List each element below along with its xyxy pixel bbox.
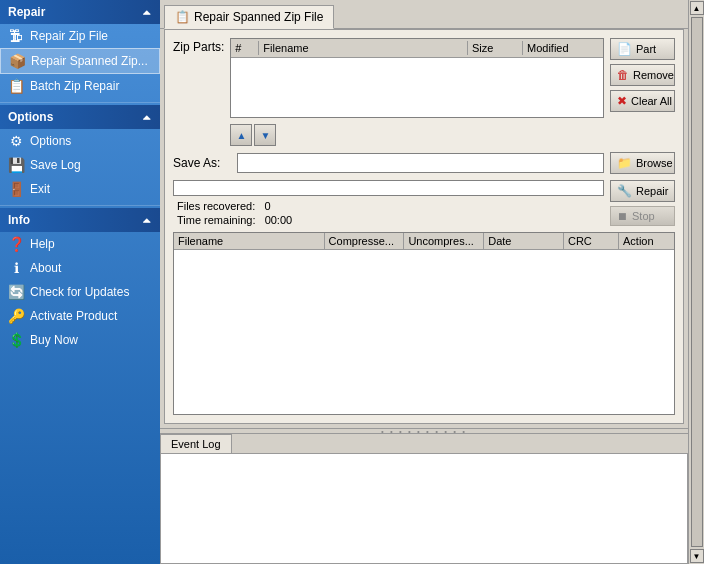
sidebar-item-repair-zip-file[interactable]: 🗜 Repair Zip File [0,24,160,48]
options-icon: ⚙ [8,133,24,149]
col-h-action: Action [619,233,674,249]
sidebar-item-exit[interactable]: 🚪 Exit [0,177,160,201]
col-header-hash: # [231,41,259,55]
file-list-body [174,250,674,414]
part-label: Part [636,43,656,55]
sidebar-item-batch-zip-repair[interactable]: 📋 Batch Zip Repair [0,74,160,98]
files-recovered-value: 0 [264,200,270,212]
sidebar-item-label: Check for Updates [30,285,129,299]
browse-label: Browse [636,157,673,169]
col-h-uncompressed: Uncompres... [404,233,484,249]
save-log-icon: 💾 [8,157,24,173]
repair-section: Repair ⏶ 🗜 Repair Zip File 📦 Repair Span… [0,0,160,98]
main-inner: 📋 Repair Spanned Zip File Zip Parts: # F… [160,0,688,564]
tab-bar: 📋 Repair Spanned Zip File [160,0,688,29]
event-log-body [160,453,688,564]
about-icon: ℹ [8,260,24,276]
side-buttons: 📄 Part 🗑 Remove ✖ Clear All [610,38,675,112]
stop-button[interactable]: ⏹ Stop [610,206,675,226]
zip-parts-arrows: ▲ ▼ [230,120,604,146]
sidebar-item-help[interactable]: ❓ Help [0,232,160,256]
col-h-filename: Filename [174,233,325,249]
sidebar-item-label: Save Log [30,158,81,172]
move-up-button[interactable]: ▲ [230,124,252,146]
info-section-header[interactable]: Info ⏶ [0,208,160,232]
sidebar-item-about[interactable]: ℹ About [0,256,160,280]
options-section: Options ⏶ ⚙ Options 💾 Save Log 🚪 Exit [0,105,160,201]
info-collapse-icon: ⏶ [142,215,152,226]
exit-icon: 🚪 [8,181,24,197]
tab-label: Repair Spanned Zip File [194,10,323,24]
sidebar-item-save-log[interactable]: 💾 Save Log [0,153,160,177]
options-section-label: Options [8,110,53,124]
remove-button[interactable]: 🗑 Remove [610,64,675,86]
repair-stop-buttons: 🔧 Repair ⏹ Stop [610,180,675,226]
col-h-date: Date [484,233,564,249]
save-as-input[interactable] [237,153,604,173]
progress-bar-container [173,180,604,196]
files-recovered-text: Files recovered: 0 [177,200,604,212]
col-h-compressed: Compresse... [325,233,405,249]
remove-label: Remove [633,69,674,81]
zip-parts-row: Zip Parts: # Filename Size Modified ▲ [173,38,675,146]
time-remaining-label: Time remaining: [177,214,255,226]
browse-icon: 📁 [617,156,632,170]
stop-icon: ⏹ [617,210,628,222]
part-button[interactable]: 📄 Part [610,38,675,60]
sidebar-item-label: About [30,261,61,275]
sidebar-item-activate-product[interactable]: 🔑 Activate Product [0,304,160,328]
repair-icon: 🔧 [617,184,632,198]
scroll-down-arrow[interactable]: ▼ [690,549,704,563]
tab-icon: 📋 [175,10,190,24]
sidebar-item-label: Help [30,237,55,251]
repair-section-header[interactable]: Repair ⏶ [0,0,160,24]
col-h-crc: CRC [564,233,619,249]
sidebar-item-label: Options [30,134,71,148]
info-section: Info ⏶ ❓ Help ℹ About 🔄 Check for Update… [0,208,160,352]
file-list-header: Filename Compresse... Uncompres... Date … [174,233,674,250]
clear-all-button[interactable]: ✖ Clear All [610,90,675,112]
stop-label: Stop [632,210,655,222]
sidebar-item-repair-spanned-zip[interactable]: 📦 Repair Spanned Zip... [0,48,160,74]
batch-zip-icon: 📋 [8,78,24,94]
middle-section: Files recovered: 0 Time remaining: 00:00 [173,180,675,226]
event-log-tab-item[interactable]: Event Log [160,434,232,453]
repair-collapse-icon: ⏶ [142,7,152,18]
progress-bar [173,180,604,196]
event-log-tab-label: Event Log [171,438,221,450]
col-header-size: Size [468,41,523,55]
right-scrollbar: ▲ ▼ [688,0,704,564]
sidebar-item-label: Repair Zip File [30,29,108,43]
col-header-modified: Modified [523,41,603,55]
sidebar-item-check-updates[interactable]: 🔄 Check for Updates [0,280,160,304]
options-section-header[interactable]: Options ⏶ [0,105,160,129]
scroll-thumb[interactable] [691,17,703,547]
sidebar-item-label: Activate Product [30,309,117,323]
move-down-button[interactable]: ▼ [254,124,276,146]
tab-repair-spanned-zip[interactable]: 📋 Repair Spanned Zip File [164,5,334,29]
files-recovered-label: Files recovered: [177,200,255,212]
clear-all-label: Clear All [631,95,672,107]
repair-zip-icon: 🗜 [8,28,24,44]
zip-parts-label: Zip Parts: [173,38,224,54]
sidebar-item-options[interactable]: ⚙ Options [0,129,160,153]
help-icon: ❓ [8,236,24,252]
file-list-area: Filename Compresse... Uncompres... Date … [173,232,675,415]
buy-now-icon: 💲 [8,332,24,348]
zip-parts-header: # Filename Size Modified [231,39,603,58]
remove-icon: 🗑 [617,68,629,82]
save-as-row: Save As: 📁 Browse [173,152,675,174]
scroll-up-arrow[interactable]: ▲ [690,1,704,15]
repair-section-label: Repair [8,5,45,19]
sidebar-item-label: Buy Now [30,333,78,347]
check-updates-icon: 🔄 [8,284,24,300]
event-log-section: Event Log [160,434,688,564]
repair-button[interactable]: 🔧 Repair [610,180,675,202]
info-section-label: Info [8,213,30,227]
browse-button[interactable]: 📁 Browse [610,152,675,174]
part-icon: 📄 [617,42,632,56]
repair-label: Repair [636,185,668,197]
options-collapse-icon: ⏶ [142,112,152,123]
sidebar-item-buy-now[interactable]: 💲 Buy Now [0,328,160,352]
event-log-tab: Event Log [160,434,688,453]
